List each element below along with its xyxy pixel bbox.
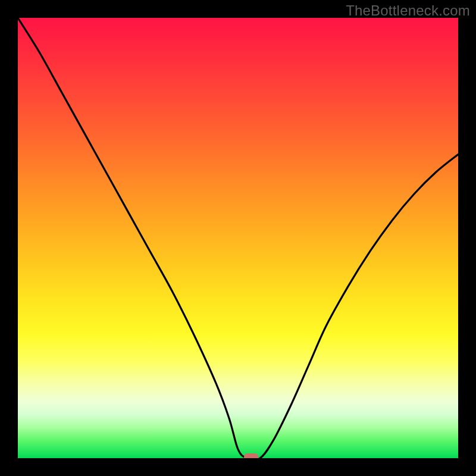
bottleneck-curve [18,18,458,458]
watermark-text: TheBottleneck.com [346,2,470,19]
chart-frame: TheBottleneck.com [0,0,476,476]
optimum-marker-icon [244,453,258,458]
plot-area [18,18,458,458]
